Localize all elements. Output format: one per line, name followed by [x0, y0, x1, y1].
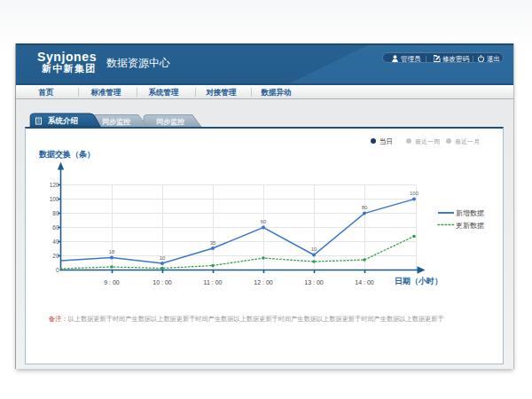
svg-text:0: 0: [56, 267, 59, 273]
svg-text:同步监控: 同步监控: [102, 118, 130, 126]
svg-text:10 : 00: 10 : 00: [153, 279, 172, 286]
svg-text:100: 100: [410, 191, 419, 196]
svg-text:同步监控: 同步监控: [156, 118, 184, 126]
svg-text:11 : 00: 11 : 00: [204, 279, 223, 286]
svg-text:80: 80: [362, 205, 368, 210]
svg-text:系统介绍: 系统介绍: [47, 116, 79, 125]
svg-text:12 : 00: 12 : 00: [254, 279, 273, 286]
svg-text:最近一周: 最近一周: [415, 138, 440, 145]
svg-text:14 : 00: 14 : 00: [355, 279, 374, 286]
svg-text:60: 60: [52, 224, 59, 231]
svg-text:备注：以上数据更新于时间产生数据以上数据更新于时间产生数据以: 备注：以上数据更新于时间产生数据以上数据更新于时间产生数据以上数据更新于时间产生…: [49, 315, 444, 323]
svg-text:13 : 00: 13 : 00: [304, 279, 324, 286]
svg-text:100: 100: [50, 196, 59, 202]
svg-text:9 : 00: 9 : 00: [104, 279, 120, 286]
svg-text:数据交换（条）: 数据交换（条）: [38, 150, 95, 159]
svg-text:最近一月: 最近一月: [455, 138, 480, 145]
svg-text:120: 120: [50, 182, 59, 188]
svg-text:10: 10: [311, 246, 317, 252]
svg-text:新增数据: 新增数据: [456, 209, 484, 217]
svg-text:18: 18: [109, 249, 115, 254]
svg-text:10: 10: [160, 255, 166, 261]
svg-text:60: 60: [261, 219, 267, 224]
svg-text:40: 40: [52, 239, 59, 245]
svg-text:80: 80: [52, 210, 59, 216]
svg-text:日期（小时）: 日期（小时）: [395, 277, 442, 286]
svg-text:更新数据: 更新数据: [456, 222, 484, 230]
svg-text:35: 35: [210, 240, 216, 246]
svg-text:20: 20: [52, 253, 59, 259]
svg-text:当日: 当日: [379, 137, 393, 145]
